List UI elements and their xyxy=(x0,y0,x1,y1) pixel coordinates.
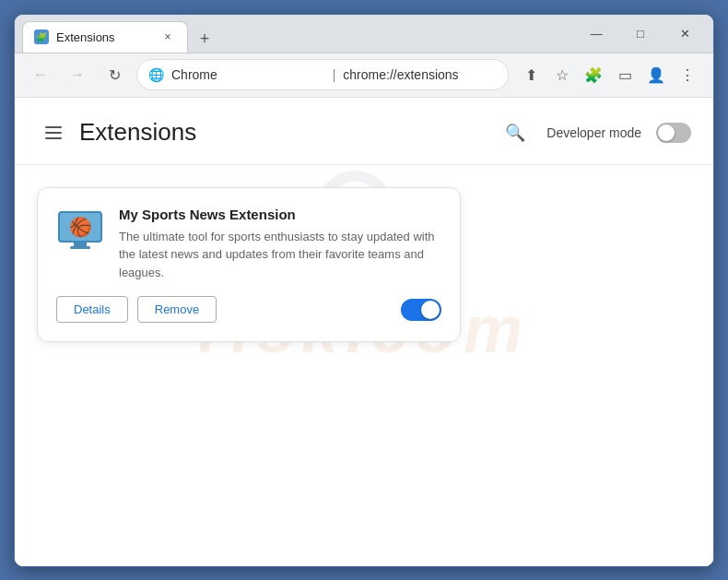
tab-title: Extensions xyxy=(56,30,152,44)
developer-mode-toggle[interactable] xyxy=(656,123,691,143)
minimize-button[interactable]: — xyxy=(575,19,617,47)
developer-mode-label: Developer mode xyxy=(546,125,641,140)
browser-window: 🧩 Extensions × + — □ ✕ ← → ↻ 🌐 Chrome | … xyxy=(14,14,714,567)
address-source: Chrome xyxy=(171,67,325,82)
extension-enabled-toggle[interactable] xyxy=(401,299,441,321)
toolbar: ← → ↻ 🌐 Chrome | chrome://extensions ⬆ ☆… xyxy=(15,53,713,98)
sidebar-icon[interactable]: ▭ xyxy=(610,60,640,89)
header-right: 🔍 Developer mode xyxy=(499,116,691,149)
close-button[interactable]: ✕ xyxy=(663,19,706,47)
tab-close-button[interactable]: × xyxy=(159,29,176,45)
tab-favicon: 🧩 xyxy=(34,30,49,44)
page-content: Extensions 🔍 Developer mode xyxy=(15,98,713,566)
extension-card-top: 🏀 My Sports News Extension The ultimate … xyxy=(56,207,441,282)
address-separator: | xyxy=(333,67,336,82)
address-url: chrome://extensions xyxy=(343,67,497,82)
extension-toggle-area xyxy=(401,299,441,321)
toolbar-right: ⬆ ☆ 🧩 ▭ 👤 ⋮ xyxy=(516,60,702,89)
extension-actions: Details Remove xyxy=(56,296,441,323)
details-button[interactable]: Details xyxy=(56,296,128,323)
extensions-area: risk.com 🏀 My Sports News Extension xyxy=(15,165,713,365)
active-tab[interactable]: 🧩 Extensions × xyxy=(22,21,188,53)
extension-info: My Sports News Extension The ultimate to… xyxy=(119,207,441,282)
menu-button[interactable] xyxy=(37,116,70,149)
page-title: Extensions xyxy=(79,118,196,147)
window-controls: — □ ✕ xyxy=(575,19,706,47)
extension-card: 🏀 My Sports News Extension The ultimate … xyxy=(37,187,461,343)
extension-icon: 🏀 xyxy=(56,207,104,254)
address-bar[interactable]: 🌐 Chrome | chrome://extensions xyxy=(136,59,509,90)
hamburger-icon xyxy=(45,126,62,139)
search-icon: 🔍 xyxy=(505,123,525,143)
reload-button[interactable]: ↻ xyxy=(100,60,129,89)
share-icon[interactable]: ⬆ xyxy=(516,60,546,89)
new-tab-button[interactable]: + xyxy=(192,27,217,53)
remove-button[interactable]: Remove xyxy=(137,296,217,323)
back-button[interactable]: ← xyxy=(26,60,55,89)
title-bar: 🧩 Extensions × + — □ ✕ xyxy=(15,15,713,53)
menu-icon[interactable]: ⋮ xyxy=(673,60,702,89)
extension-description: The ultimate tool for sports enthusiasts… xyxy=(119,228,441,282)
lock-icon: 🌐 xyxy=(148,67,164,82)
extensions-header: Extensions 🔍 Developer mode xyxy=(15,98,713,165)
extension-name: My Sports News Extension xyxy=(119,207,441,222)
extensions-icon[interactable]: 🧩 xyxy=(579,60,608,89)
bookmark-icon[interactable]: ☆ xyxy=(547,60,577,89)
maximize-button[interactable]: □ xyxy=(619,19,662,47)
profile-icon[interactable]: 👤 xyxy=(641,60,671,89)
tab-area: 🧩 Extensions × + xyxy=(22,15,575,53)
search-button[interactable]: 🔍 xyxy=(499,116,532,149)
forward-button[interactable]: → xyxy=(63,60,92,89)
